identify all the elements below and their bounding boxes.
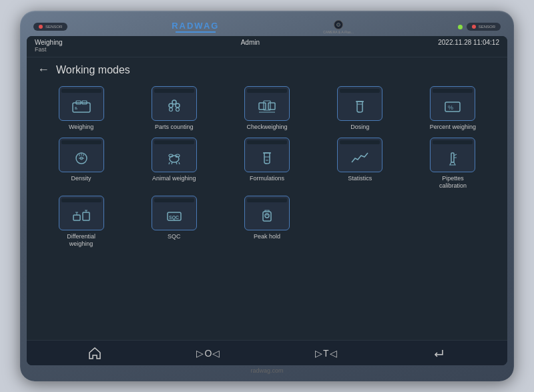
home-button[interactable]: [87, 346, 102, 361]
camera-inner: [336, 23, 340, 27]
weighing-mode-label: Weighing: [35, 39, 63, 46]
top-right-indicators: SENSOR: [458, 23, 501, 31]
datetime-label: 2022.11.28 11:04:12: [438, 39, 499, 46]
content-area: ← Working modes Weighing: [27, 57, 507, 340]
center-tare-button[interactable]: ▷T◁: [315, 348, 338, 359]
svg-rect-10: [259, 103, 266, 110]
svg-rect-31: [451, 153, 454, 162]
svg-text:%: %: [448, 104, 453, 111]
mode-icon-peak-hold: [244, 196, 290, 230]
mode-label-percent-weighing: Percent weighing: [430, 124, 476, 131]
footer-text: radwag.com: [250, 367, 283, 374]
mode-item-weighing[interactable]: Weighing: [37, 86, 125, 131]
tablet-device: SENSOR RADWAG CAMERA & A-Flas... SENSOR …: [20, 11, 514, 381]
mode-icon-sqc: SQC: [152, 196, 197, 230]
green-dot-indicator: [458, 25, 463, 29]
mode-label-weighing: Weighing: [69, 124, 93, 131]
brand-logo: RADWAG: [172, 21, 219, 31]
mode-icon-percent-weighing: %: [430, 86, 475, 121]
tablet-top-bar: SENSOR RADWAG CAMERA & A-Flas... SENSOR: [27, 17, 507, 36]
mode-label-formulations: Formulations: [250, 175, 284, 182]
status-right: 2022.11.28 11:04:12: [438, 39, 499, 46]
camera-label: CAMERA & A-Flas...: [323, 30, 354, 34]
svg-point-5: [169, 104, 173, 108]
modes-grid: Weighing Parts counting: [37, 86, 497, 248]
tablet-footer: radwag.com: [27, 365, 507, 375]
svg-line-25: [176, 162, 177, 164]
sensor-label-left: SENSOR: [45, 25, 62, 29]
mode-label-animal-weighing: Animal weighing: [152, 175, 196, 182]
mode-icon-differential-weighing: [59, 196, 104, 230]
mode-icon-pipettes-calibration: [430, 138, 475, 172]
red-dot-indicator: [39, 25, 43, 29]
camera-lens: [334, 20, 343, 29]
back-button[interactable]: ←: [37, 63, 49, 77]
mode-label-statistics: Statistics: [348, 175, 372, 182]
svg-point-6: [176, 104, 180, 108]
mode-icon-statistics: [337, 138, 382, 172]
mode-item-density[interactable]: Density: [37, 138, 125, 190]
status-bar: Weighing Fast Admin 2022.11.28 11:04:12: [27, 36, 507, 57]
svg-line-23: [169, 162, 170, 164]
mode-icon-density: [59, 138, 104, 172]
mode-label-differential-weighing: Differential weighing: [57, 233, 106, 248]
mode-label-pipettes-calibration: Pipettes calibration: [428, 175, 477, 190]
mode-label-peak-hold: Peak hold: [254, 233, 280, 240]
mode-item-statistics[interactable]: Statistics: [316, 138, 404, 190]
svg-rect-35: [83, 212, 89, 220]
screen: Weighing Fast Admin 2022.11.28 11:04:12 …: [27, 36, 507, 365]
mode-label-checkweighing: Checkweighing: [246, 124, 287, 131]
mode-item-checkweighing[interactable]: Checkweighing: [223, 86, 310, 131]
mode-icon-weighing: [59, 86, 104, 121]
svg-rect-42: [263, 212, 271, 221]
page-title: Working modes: [56, 64, 130, 76]
svg-line-24: [172, 162, 172, 164]
mode-icon-checkweighing: [244, 86, 290, 121]
page-header: ← Working modes: [37, 63, 497, 77]
user-label: Admin: [241, 39, 260, 46]
bottom-nav: ▷O◁ ▷T◁: [27, 340, 507, 365]
mode-label-dosing: Dosing: [350, 124, 369, 131]
svg-text:SQC: SQC: [169, 215, 179, 220]
mode-item-dosing[interactable]: Dosing: [316, 86, 404, 131]
mode-item-animal-weighing[interactable]: Animal weighing: [130, 138, 218, 190]
svg-point-27: [176, 156, 177, 158]
top-right-indicator: SENSOR: [467, 23, 501, 31]
mode-item-sqc[interactable]: SQC SQC: [130, 196, 218, 248]
mode-item-differential-weighing[interactable]: Differential weighing: [37, 196, 125, 248]
weighing-mode-sub: Fast: [35, 46, 63, 53]
mode-icon-animal-weighing: [152, 138, 197, 172]
mode-icon-parts-counting: [152, 86, 197, 121]
center-zero-button[interactable]: ▷O◁: [196, 348, 220, 359]
svg-point-7: [172, 100, 176, 104]
mode-label-density: Density: [71, 175, 91, 182]
red-dot-indicator-right: [472, 25, 476, 29]
svg-line-26: [179, 162, 180, 164]
svg-point-8: [169, 108, 172, 112]
svg-rect-11: [268, 103, 275, 110]
mode-item-parts-counting[interactable]: Parts counting: [130, 86, 218, 131]
sensor-label-right: SENSOR: [479, 25, 495, 29]
enter-button[interactable]: [432, 346, 447, 361]
svg-rect-34: [73, 215, 80, 220]
camera-area: CAMERA & A-Flas...: [323, 20, 354, 34]
mode-item-peak-hold[interactable]: Peak hold: [223, 196, 310, 248]
status-left: Weighing Fast: [35, 39, 63, 53]
logo-underline: [176, 31, 216, 33]
status-center: Admin: [241, 39, 260, 46]
top-left-indicator: SENSOR: [33, 23, 67, 31]
mode-icon-formulations: [244, 138, 290, 172]
mode-label-sqc: SQC: [168, 233, 181, 240]
mode-item-percent-weighing[interactable]: % Percent weighing: [409, 86, 497, 131]
mode-item-formulations[interactable]: Formulations: [223, 138, 310, 190]
mode-icon-dosing: [337, 86, 382, 121]
svg-point-9: [176, 108, 179, 112]
svg-rect-12: [264, 101, 270, 110]
mode-label-parts-counting: Parts counting: [155, 124, 194, 131]
mode-item-pipettes-calibration[interactable]: Pipettes calibration: [409, 138, 497, 190]
logo-area: RADWAG: [172, 21, 219, 33]
